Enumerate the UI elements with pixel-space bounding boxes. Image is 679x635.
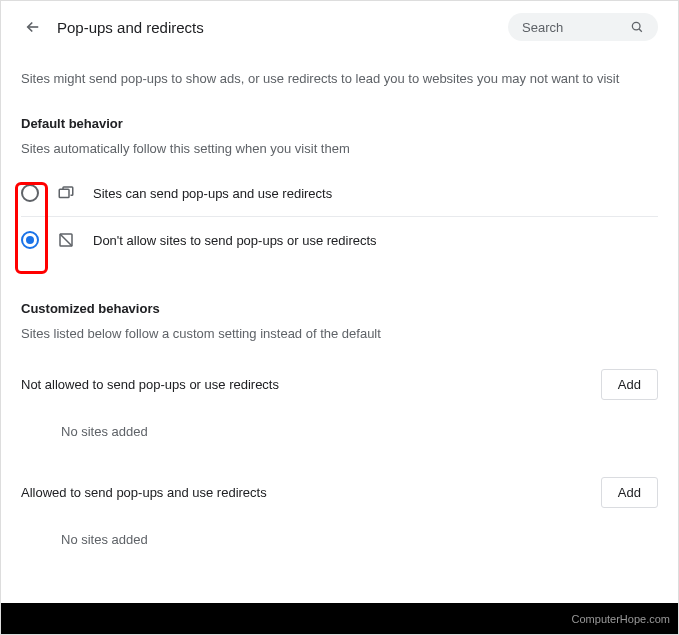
customized-behaviors-section: Customized behaviors Sites listed below … — [21, 301, 658, 547]
add-allow-button[interactable]: Add — [601, 477, 658, 508]
customized-subtitle: Sites listed below follow a custom setti… — [21, 326, 658, 341]
back-button[interactable] — [21, 15, 45, 39]
allow-list-header: Allowed to send pop-ups and use redirect… — [21, 477, 658, 508]
footer-text: ComputerHope.com — [572, 613, 670, 625]
popup-block-icon — [57, 231, 75, 249]
svg-point-0 — [632, 22, 640, 30]
option-block-label: Don't allow sites to send pop-ups or use… — [93, 233, 377, 248]
search-icon — [630, 19, 644, 35]
block-list-empty: No sites added — [61, 424, 658, 439]
search-input[interactable] — [522, 20, 630, 35]
block-list-header: Not allowed to send pop-ups or use redir… — [21, 369, 658, 400]
radio-block[interactable] — [21, 231, 39, 249]
block-list-title: Not allowed to send pop-ups or use redir… — [21, 377, 279, 392]
default-behavior-title: Default behavior — [21, 116, 658, 131]
footer: ComputerHope.com — [1, 603, 678, 634]
page-title: Pop-ups and redirects — [57, 19, 496, 36]
intro-text: Sites might send pop-ups to show ads, or… — [21, 71, 658, 86]
allow-list-title: Allowed to send pop-ups and use redirect… — [21, 485, 267, 500]
option-allow-label: Sites can send pop-ups and use redirects — [93, 186, 332, 201]
arrow-left-icon — [24, 18, 42, 36]
svg-rect-1 — [59, 189, 69, 197]
add-block-button[interactable]: Add — [601, 369, 658, 400]
customized-title: Customized behaviors — [21, 301, 658, 316]
default-behavior-section: Default behavior Sites automatically fol… — [21, 116, 658, 263]
popup-allow-icon — [57, 184, 75, 202]
option-allow-popups[interactable]: Sites can send pop-ups and use redirects — [21, 170, 658, 217]
option-block-popups[interactable]: Don't allow sites to send pop-ups or use… — [21, 217, 658, 263]
radio-allow[interactable] — [21, 184, 39, 202]
allow-list-empty: No sites added — [61, 532, 658, 547]
search-box[interactable] — [508, 13, 658, 41]
page-header: Pop-ups and redirects — [21, 1, 658, 53]
default-behavior-subtitle: Sites automatically follow this setting … — [21, 141, 658, 156]
